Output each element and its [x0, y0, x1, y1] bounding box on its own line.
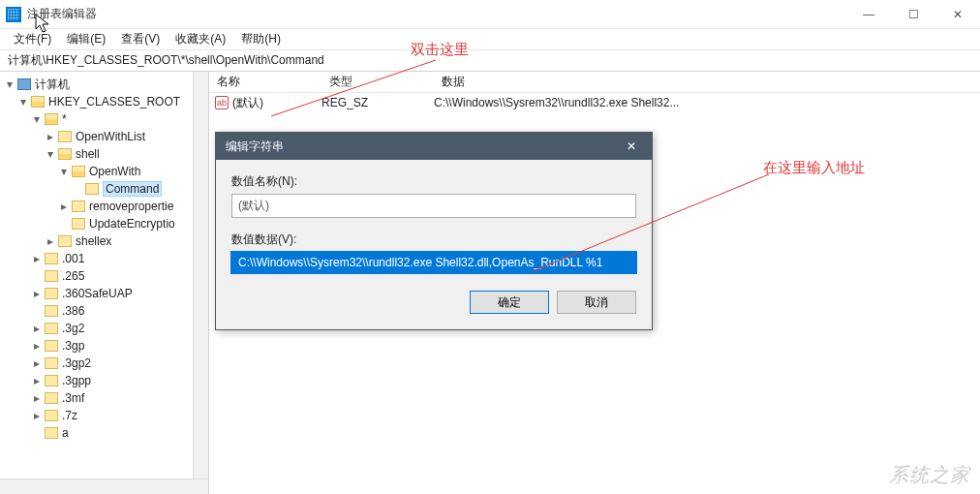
window-title: 注册表编辑器: [27, 6, 97, 22]
tree-updateenc[interactable]: UpdateEncryptio: [89, 217, 175, 231]
tree-removeprop[interactable]: removepropertie: [89, 200, 173, 213]
toggle-icon[interactable]: ▾: [31, 112, 43, 126]
menu-view[interactable]: 查看(V): [115, 29, 166, 49]
folder-icon: [45, 305, 58, 317]
menu-file[interactable]: 文件(F): [8, 29, 57, 49]
folder-icon: [72, 166, 85, 177]
toggle-icon[interactable]: ▸: [45, 234, 56, 248]
tree-openwithlist[interactable]: OpenWithList: [76, 130, 145, 143]
tree-001[interactable]: .001: [62, 252, 84, 265]
address-bar[interactable]: 计算机\HKEY_CLASSES_ROOT\*\shell\OpenWith\C…: [0, 50, 980, 72]
col-type[interactable]: 类型: [322, 74, 434, 90]
maximize-button[interactable]: ☐: [891, 0, 935, 29]
tree-star[interactable]: *: [62, 112, 67, 126]
tree-3g2[interactable]: .3g2: [62, 322, 84, 335]
ok-button[interactable]: 确定: [470, 291, 549, 314]
folder-icon: [45, 323, 58, 334]
tree-command[interactable]: Command: [103, 181, 162, 197]
folder-icon: [45, 270, 58, 282]
dialog-title-text: 编辑字符串: [226, 139, 284, 155]
titlebar: 注册表编辑器 — ☐ ✕: [0, 0, 980, 29]
folder-icon: [45, 392, 58, 404]
menubar: 文件(F) 编辑(E) 查看(V) 收藏夹(A) 帮助(H): [0, 29, 980, 50]
col-data[interactable]: 数据: [434, 74, 980, 90]
computer-icon: [17, 78, 31, 90]
folder-icon: [85, 183, 99, 195]
tree-3mf[interactable]: .3mf: [62, 391, 84, 405]
tree-shell[interactable]: shell: [76, 147, 100, 161]
value-data-input[interactable]: [231, 252, 636, 273]
toggle-icon[interactable]: ▸: [31, 356, 43, 370]
folder-icon: [45, 113, 58, 125]
cancel-button[interactable]: 取消: [557, 291, 636, 314]
tree-vscroll[interactable]: [193, 72, 208, 479]
toggle-icon[interactable]: ▸: [31, 374, 43, 387]
value-data: C:\\Windows\\Sysrem32\\rundll32.exe Shel…: [434, 96, 980, 109]
value-name-field[interactable]: (默认): [231, 194, 636, 218]
tree-hscroll[interactable]: [0, 479, 208, 494]
string-icon: ab: [215, 96, 229, 109]
toggle-icon[interactable]: ▸: [31, 339, 43, 353]
folder-icon: [45, 410, 58, 421]
toggle-icon[interactable]: ▸: [31, 409, 43, 422]
toggle-icon[interactable]: ▸: [31, 287, 43, 300]
dialog-close-button[interactable]: ✕: [611, 133, 652, 160]
toggle-icon[interactable]: ▸: [31, 322, 43, 335]
folder-icon: [58, 131, 72, 142]
menu-edit[interactable]: 编辑(E): [61, 29, 111, 49]
registry-tree[interactable]: ▾计算机 ▾HKEY_CLASSES_ROOT ▾* ▸OpenWithList…: [0, 72, 209, 494]
toggle-icon[interactable]: ▾: [4, 77, 15, 91]
toggle-icon[interactable]: ▸: [31, 391, 43, 405]
tree-a[interactable]: a: [62, 426, 69, 440]
value-data-label: 数值数据(V):: [231, 232, 636, 248]
toggle-icon[interactable]: ▸: [31, 252, 43, 265]
tree-3gp2[interactable]: .3gp2: [62, 356, 91, 370]
toggle-icon[interactable]: ▸: [58, 200, 70, 213]
folder-icon: [58, 148, 72, 160]
toggle-icon[interactable]: ▸: [45, 130, 56, 143]
folder-icon: [31, 96, 45, 108]
folder-icon: [72, 201, 85, 212]
menu-favorites[interactable]: 收藏夹(A): [169, 29, 231, 49]
col-name[interactable]: 名称: [209, 74, 322, 90]
folder-icon: [45, 427, 58, 439]
tree-3gpp[interactable]: .3gpp: [62, 374, 91, 387]
minimize-button[interactable]: —: [846, 0, 891, 29]
tree-shellex[interactable]: shellex: [76, 234, 111, 248]
folder-icon: [45, 253, 58, 264]
tree-hkcr[interactable]: HKEY_CLASSES_ROOT: [48, 95, 180, 108]
tree-7z[interactable]: .7z: [62, 409, 77, 422]
close-button[interactable]: ✕: [935, 0, 980, 29]
folder-icon: [58, 235, 72, 247]
app-icon: [6, 7, 21, 22]
toggle-icon[interactable]: ▾: [58, 165, 70, 178]
tree-265[interactable]: .265: [62, 269, 84, 283]
folder-icon: [45, 340, 58, 352]
folder-icon: [72, 218, 85, 230]
edit-string-dialog: 编辑字符串 ✕ 数值名称(N): (默认) 数值数据(V): 确定 取消: [215, 132, 653, 330]
menu-help[interactable]: 帮助(H): [235, 29, 287, 49]
tree-3gp[interactable]: .3gp: [62, 339, 84, 353]
value-row[interactable]: ab (默认) REG_SZ C:\\Windows\\Sysrem32\\ru…: [209, 93, 980, 112]
dialog-title: 编辑字符串 ✕: [216, 133, 652, 160]
folder-icon: [45, 375, 58, 386]
folder-icon: [45, 357, 58, 369]
toggle-icon[interactable]: ▾: [45, 147, 56, 161]
folder-icon: [45, 288, 58, 299]
value-type: REG_SZ: [322, 96, 434, 109]
value-name: (默认): [232, 95, 322, 111]
tree-360[interactable]: .360SafeUAP: [62, 287, 133, 300]
tree-openwith[interactable]: OpenWith: [89, 165, 140, 178]
value-name-label: 数值名称(N):: [231, 173, 636, 190]
tree-root[interactable]: 计算机: [35, 77, 70, 93]
tree-386[interactable]: .386: [62, 304, 84, 318]
toggle-icon[interactable]: ▾: [17, 95, 29, 108]
